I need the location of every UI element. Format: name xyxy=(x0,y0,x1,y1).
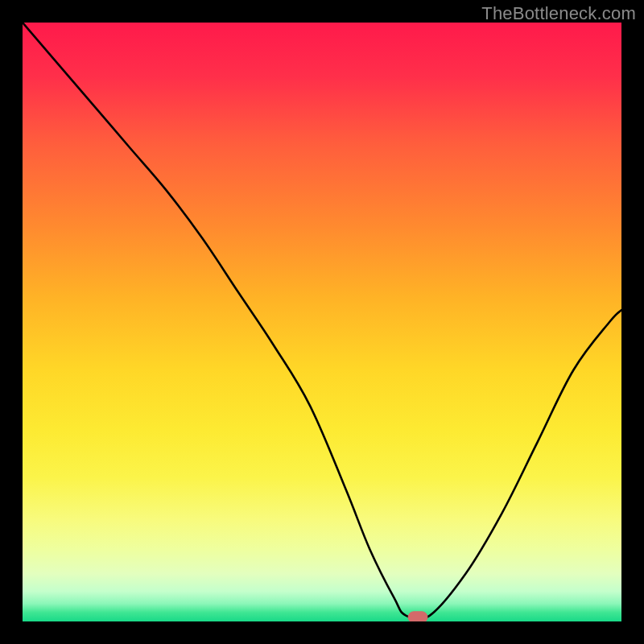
chart-frame: TheBottleneck.com xyxy=(0,0,644,644)
minimum-marker xyxy=(408,612,427,621)
watermark-text: TheBottleneck.com xyxy=(481,3,636,24)
curve-svg xyxy=(23,23,621,621)
bottleneck-curve xyxy=(23,23,621,620)
plot-area xyxy=(23,23,621,621)
